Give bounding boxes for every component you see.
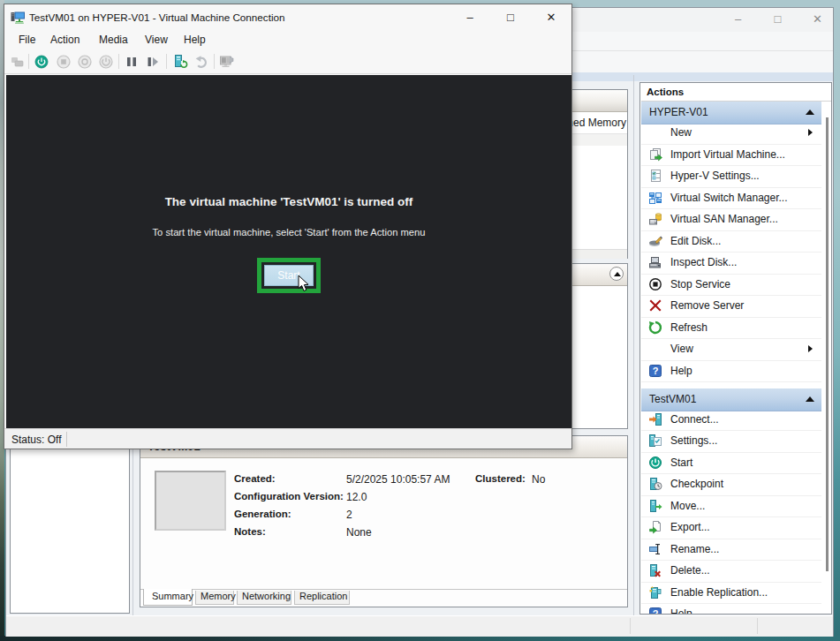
svg-text:?: ? (653, 608, 659, 615)
svg-text:?: ? (653, 366, 659, 376)
